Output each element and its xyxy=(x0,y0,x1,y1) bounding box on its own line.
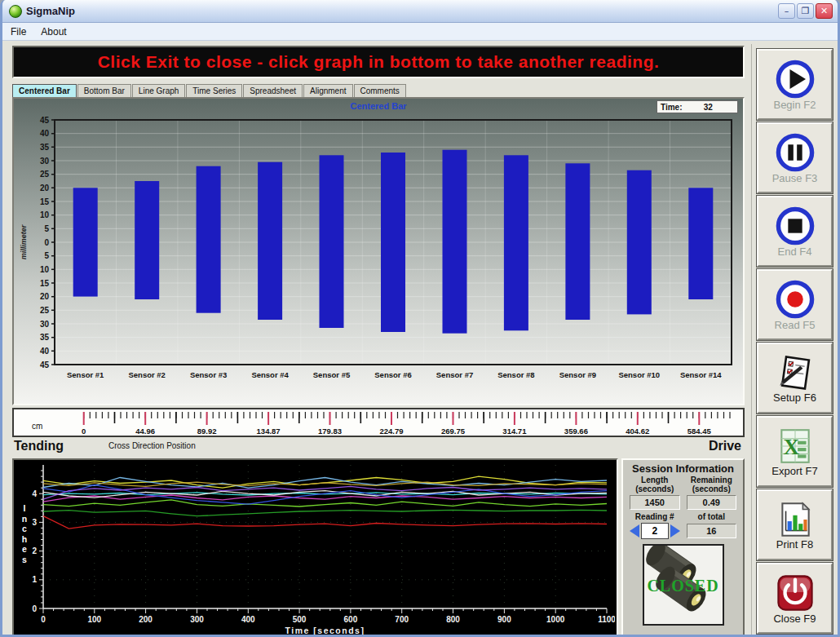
svg-text:45: 45 xyxy=(40,116,50,125)
svg-text:1: 1 xyxy=(32,575,37,584)
svg-text:584.45: 584.45 xyxy=(687,427,712,436)
reading-next-arrow[interactable] xyxy=(670,524,680,537)
trend-graph[interactable]: 0123401002003004005006007008009001000110… xyxy=(12,458,618,637)
reading-prev-arrow[interactable] xyxy=(630,524,639,537)
record-icon xyxy=(774,278,816,321)
window-title: SigmaNip xyxy=(26,5,778,17)
svg-text:25: 25 xyxy=(40,170,50,179)
svg-text:45: 45 xyxy=(40,361,50,369)
restore-button[interactable]: ❐ xyxy=(797,3,814,19)
begin-button[interactable]: Begin F2 xyxy=(757,49,833,120)
menu-file[interactable]: File xyxy=(11,26,26,38)
setup-button[interactable]: Setup F6 xyxy=(757,343,833,414)
excel-export-icon: X xyxy=(775,426,816,467)
svg-text:404.62: 404.62 xyxy=(626,427,649,436)
svg-text:Sensor #2: Sensor #2 xyxy=(128,370,165,379)
svg-text:2: 2 xyxy=(32,546,37,555)
svg-text:X: X xyxy=(783,435,799,459)
svg-text:359.66: 359.66 xyxy=(564,427,588,436)
reading-number-input[interactable]: 2 xyxy=(641,523,669,539)
centered-bar-panel: Centered Bar Time: 32 Sensor #1Sensor #2… xyxy=(12,97,745,405)
svg-text:10: 10 xyxy=(40,210,50,219)
time-value: 32 xyxy=(683,103,735,112)
svg-text:Time [seconds]: Time [seconds] xyxy=(285,626,365,635)
time-label: Time: xyxy=(661,103,683,112)
cross-direction-label: Cross Direction Position xyxy=(108,441,196,450)
svg-text:cm: cm xyxy=(32,422,42,431)
menu-about[interactable]: About xyxy=(41,26,66,38)
svg-text:600: 600 xyxy=(344,615,358,624)
nip-roller-image[interactable]: CLOSED xyxy=(643,544,724,626)
tab-time-series[interactable]: Time Series xyxy=(186,84,242,97)
svg-text:Sensor #4: Sensor #4 xyxy=(251,370,289,379)
svg-text:300: 300 xyxy=(190,615,204,624)
trend-chart: 0123401002003004005006007008009001000110… xyxy=(14,460,615,637)
svg-text:Sensor #8: Sensor #8 xyxy=(497,370,534,379)
svg-text:c: c xyxy=(22,524,27,533)
remaining-value: 0.49 xyxy=(687,495,737,510)
tab-spreadsheet[interactable]: Spreadsheet xyxy=(243,84,303,97)
svg-text:134.87: 134.87 xyxy=(257,427,281,436)
svg-text:900: 900 xyxy=(497,615,511,624)
svg-text:n: n xyxy=(22,514,27,524)
titlebar: SigmaNip – ❐ ✕ xyxy=(2,0,838,23)
machine-ends-row: Tending Cross Direction Position Drive xyxy=(12,438,745,457)
svg-text:15: 15 xyxy=(40,279,50,288)
svg-text:30: 30 xyxy=(40,157,50,166)
centered-bar-chart: Sensor #1Sensor #2Sensor #3Sensor #4Sens… xyxy=(15,115,741,402)
svg-text:5: 5 xyxy=(44,224,49,233)
tab-bottom-bar[interactable]: Bottom Bar xyxy=(77,84,131,97)
svg-text:269.75: 269.75 xyxy=(441,427,466,436)
end-button[interactable]: End F4 xyxy=(757,196,833,267)
read-button[interactable]: Read F5 xyxy=(757,269,833,340)
menu-bar: File About xyxy=(2,23,838,41)
svg-text:Sensor #5: Sensor #5 xyxy=(313,370,351,379)
svg-text:Sensor #14: Sensor #14 xyxy=(680,370,722,379)
svg-text:1100: 1100 xyxy=(598,615,615,624)
svg-text:Sensor #1: Sensor #1 xyxy=(67,370,104,379)
pause-button[interactable]: Pause F3 xyxy=(757,122,833,193)
svg-text:89.92: 89.92 xyxy=(197,427,217,436)
minimize-button[interactable]: – xyxy=(778,3,795,19)
setup-notepad-icon xyxy=(775,352,816,393)
action-sidebar: Begin F2 Pause F3 End F4 xyxy=(751,44,834,637)
svg-text:224.79: 224.79 xyxy=(379,427,403,436)
svg-text:400: 400 xyxy=(241,615,255,624)
svg-text:Sensor #3: Sensor #3 xyxy=(190,370,227,379)
svg-text:millimeter: millimeter xyxy=(20,224,28,259)
svg-text:Sensor #9: Sensor #9 xyxy=(559,370,596,379)
svg-text:20: 20 xyxy=(40,292,50,301)
reading-label: Reading # xyxy=(626,512,683,522)
print-button[interactable]: Print F8 xyxy=(757,489,833,560)
svg-text:10: 10 xyxy=(40,265,50,274)
svg-text:s: s xyxy=(22,555,27,564)
length-label: Length (seconds) xyxy=(626,476,683,493)
svg-text:40: 40 xyxy=(40,347,50,356)
svg-text:314.71: 314.71 xyxy=(502,427,527,436)
close-window-button[interactable]: ✕ xyxy=(816,3,833,19)
session-panel: Session Information Length (seconds) 145… xyxy=(621,458,745,637)
svg-text:44.96: 44.96 xyxy=(135,427,155,436)
close-app-button[interactable]: Close F9 xyxy=(757,563,833,634)
svg-text:200: 200 xyxy=(139,615,153,624)
tab-centered-bar[interactable]: Centered Bar xyxy=(12,84,77,97)
svg-text:0: 0 xyxy=(32,604,37,613)
play-icon xyxy=(774,58,816,100)
svg-text:100: 100 xyxy=(87,615,101,624)
status-banner-text: Click Exit to close - click graph in bot… xyxy=(98,52,660,72)
drive-label: Drive xyxy=(709,439,741,453)
reading-stepper: 2 xyxy=(626,523,683,539)
svg-text:25: 25 xyxy=(40,306,50,315)
svg-text:800: 800 xyxy=(446,615,460,624)
print-chart-icon xyxy=(775,499,816,540)
tab-alignment[interactable]: Alignment xyxy=(303,84,352,97)
svg-text:3: 3 xyxy=(32,518,37,527)
svg-text:30: 30 xyxy=(40,320,50,329)
export-button[interactable]: X Export F7 xyxy=(757,416,833,487)
tab-comments[interactable]: Comments xyxy=(354,84,406,97)
remaining-label: Remaining (seconds) xyxy=(683,476,741,493)
tab-line-graph[interactable]: Line Graph xyxy=(132,84,185,97)
svg-text:5: 5 xyxy=(44,251,49,260)
length-value: 1450 xyxy=(630,495,680,510)
app-logo-icon xyxy=(9,5,22,18)
